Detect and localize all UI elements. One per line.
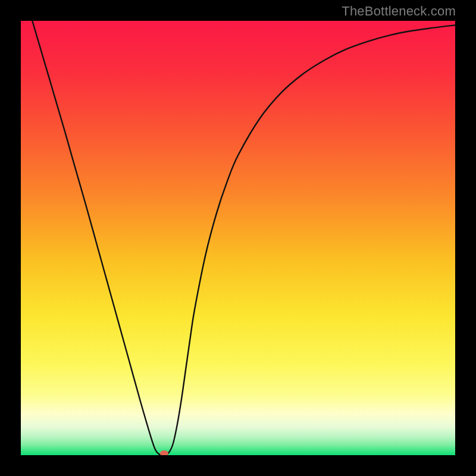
- bottleneck-curve-chart: [21, 21, 455, 455]
- gradient-background: [21, 21, 455, 455]
- chart-frame: TheBottleneck.com: [0, 0, 476, 476]
- watermark-text: TheBottleneck.com: [342, 4, 456, 19]
- plot-area: [21, 21, 455, 455]
